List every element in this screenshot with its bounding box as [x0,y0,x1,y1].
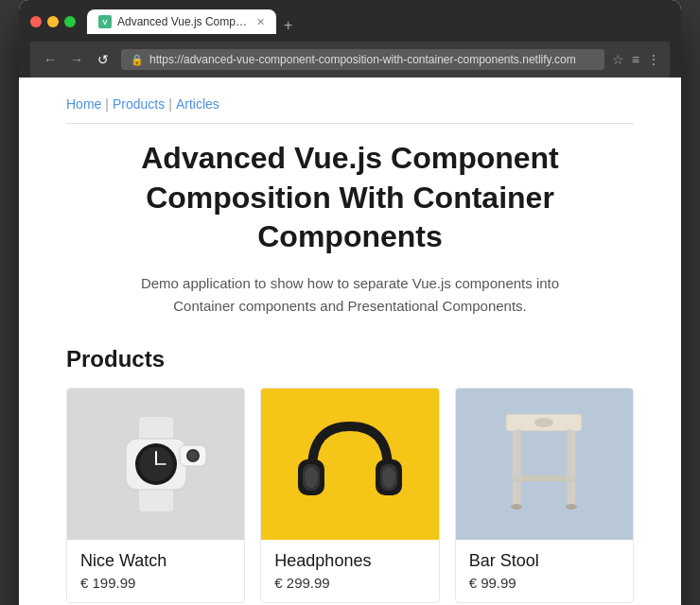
browser-window: V Advanced Vue.js Component C… ✕ + ← → ↺… [19,0,681,605]
svg-point-26 [566,504,577,510]
svg-point-17 [382,467,395,488]
browser-titlebar: V Advanced Vue.js Component C… ✕ + [30,9,670,34]
product-image-watch [67,389,244,540]
breadcrumb-home[interactable]: Home [66,96,101,112]
breadcrumb-sep-2: | [168,96,172,112]
address-bar[interactable]: 🔒 https://advanced-vue-component-composi… [121,49,604,70]
breadcrumb-articles[interactable]: Articles [176,96,219,112]
product-info-watch: Nice Watch € 199.99 [67,540,244,602]
tab-favicon: V [98,15,112,28]
close-button[interactable] [30,16,42,27]
product-name-stool: Bar Stool [469,551,620,571]
url-text: https://advanced-vue-component-compositi… [149,53,576,66]
new-tab-button[interactable]: + [284,17,292,34]
product-name-watch: Nice Watch [80,551,231,571]
svg-rect-23 [516,429,522,500]
tab-bar: V Advanced Vue.js Component C… ✕ + [87,9,670,34]
product-image-stool [456,389,633,540]
hero-title: Advanced Vue.js Component Composition Wi… [66,139,634,257]
tab-close-button[interactable]: ✕ [256,16,265,28]
section-title: Products [66,346,634,372]
hero-subtitle: Demo application to show how to separate… [132,272,568,318]
extensions-icon[interactable]: ≡ [632,52,639,67]
back-button[interactable]: ← [40,52,61,67]
product-price-watch: € 199.99 [80,575,231,591]
minimize-button[interactable] [47,16,59,27]
lock-icon: 🔒 [131,54,144,66]
active-tab[interactable]: V Advanced Vue.js Component C… ✕ [87,9,276,34]
headphones-illustration [289,403,411,526]
browser-chrome: V Advanced Vue.js Component C… ✕ + ← → ↺… [19,0,681,78]
tab-title: Advanced Vue.js Component C… [117,15,247,28]
breadcrumb-sep-1: | [105,96,109,112]
watch-illustration [90,403,222,526]
breadcrumb-products[interactable]: Products [113,96,165,112]
products-grid: Nice Watch € 199.99 [66,388,634,603]
svg-point-25 [511,504,522,510]
svg-text:V: V [102,18,108,26]
product-info-headphones: Headphones € 299.99 [261,540,438,602]
browser-toolbar: ← → ↺ 🔒 https://advanced-vue-component-c… [30,42,670,78]
svg-point-11 [188,451,198,460]
page-content: Home | Products | Articles Advanced Vue.… [19,78,681,605]
product-price-headphones: € 299.99 [274,575,425,591]
products-section: Products [66,346,634,603]
traffic-lights [30,16,76,27]
toolbar-actions: ☆ ≡ ⋮ [612,52,660,67]
product-info-stool: Bar Stool € 99.99 [456,540,633,602]
product-card-watch[interactable]: Nice Watch € 199.99 [66,388,245,603]
product-price-stool: € 99.99 [469,575,620,591]
product-card-headphones[interactable]: Headphones € 299.99 [260,388,439,603]
nav-buttons: ← → ↺ [40,52,114,67]
forward-button[interactable]: → [66,52,87,67]
svg-rect-24 [566,429,572,500]
svg-point-19 [534,418,553,427]
menu-icon[interactable]: ⋮ [647,52,660,67]
bookmark-icon[interactable]: ☆ [612,52,624,67]
refresh-button[interactable]: ↺ [93,52,114,67]
stool-illustration [482,395,605,532]
product-name-headphones: Headphones [274,551,425,571]
product-image-headphones [261,389,438,540]
hero-section: Advanced Vue.js Component Composition Wi… [66,139,634,318]
breadcrumb: Home | Products | Articles [66,96,634,124]
svg-point-16 [305,467,318,488]
product-card-stool[interactable]: Bar Stool € 99.99 [455,388,634,603]
fullscreen-button[interactable] [64,16,76,27]
